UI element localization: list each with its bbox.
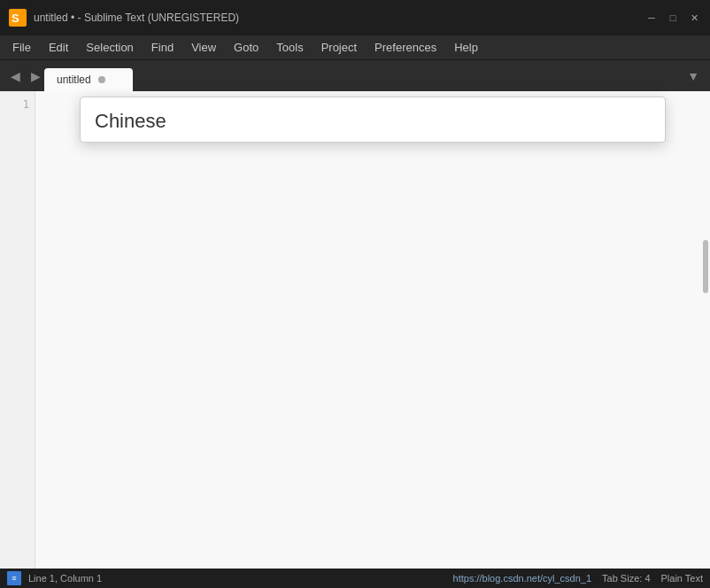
status-tabsize: Tab Size: 4	[602, 573, 650, 584]
app-logo: S	[9, 9, 27, 27]
minimize-button[interactable]: ─	[644, 11, 659, 25]
tab-prev-button[interactable]: ◀	[7, 67, 24, 85]
tab-modified-dot	[98, 76, 105, 83]
title-bar: S untitled • - Sublime Text (UNREGISTERE…	[0, 0, 710, 35]
tab-untitled[interactable]: untitled	[44, 68, 133, 91]
svg-text:S: S	[12, 12, 19, 25]
plugin-search-popup: Chinese	[80, 97, 666, 143]
menu-item-tools[interactable]: Tools	[267, 37, 312, 58]
status-position: Line 1, Column 1	[28, 573, 102, 584]
tab-nav-left: ◀ ▶	[7, 67, 44, 85]
menu-bar: FileEditSelectionFindViewGotoToolsProjec…	[0, 35, 710, 60]
tab-name: untitled	[57, 74, 91, 86]
editor-content[interactable]: Chinese	[35, 91, 710, 586]
window-controls: ─ □ ✕	[644, 11, 701, 25]
menu-item-help[interactable]: Help	[445, 37, 487, 58]
status-right: https://blog.csdn.net/cyl_csdn_1 Tab Siz…	[453, 573, 703, 584]
line-number-1: 1	[5, 98, 29, 111]
window-title: untitled • - Sublime Text (UNREGISTERED)	[34, 12, 644, 24]
menu-item-preferences[interactable]: Preferences	[366, 37, 445, 58]
tab-bar: ◀ ▶ untitled ▼	[0, 60, 710, 91]
menu-item-file[interactable]: File	[4, 37, 40, 58]
scrollbar-thumb[interactable]	[703, 240, 708, 293]
popup-search-header: Chinese	[81, 97, 665, 142]
status-link: https://blog.csdn.net/cyl_csdn_1	[453, 573, 592, 584]
menu-item-find[interactable]: Find	[143, 37, 182, 58]
tab-nav-right: ▼	[683, 69, 703, 83]
status-filetype: Plain Text	[661, 573, 704, 584]
menu-item-view[interactable]: View	[182, 37, 225, 58]
status-left: ≡ Line 1, Column 1	[7, 571, 102, 585]
menu-item-project[interactable]: Project	[313, 37, 366, 58]
menu-item-selection[interactable]: Selection	[77, 37, 142, 58]
close-button[interactable]: ✕	[687, 11, 701, 25]
editor-area: 1 Chinese	[0, 91, 710, 586]
menu-item-goto[interactable]: Goto	[225, 37, 267, 58]
line-numbers: 1	[0, 91, 35, 586]
menu-item-edit[interactable]: Edit	[40, 37, 77, 58]
tab-next-button[interactable]: ▶	[27, 67, 44, 85]
status-bar: ≡ Line 1, Column 1 https://blog.csdn.net…	[0, 569, 710, 588]
maximize-button[interactable]: □	[666, 11, 680, 25]
tab-list-button[interactable]: ▼	[683, 67, 703, 85]
status-icon: ≡	[7, 571, 21, 585]
